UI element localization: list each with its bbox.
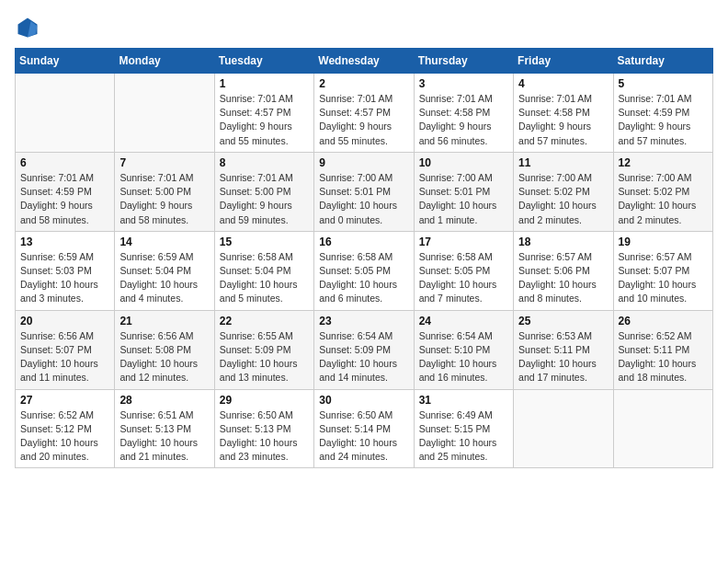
- weekday-header-monday: Monday: [115, 49, 214, 74]
- day-info: Sunrise: 6:58 AMSunset: 5:05 PMDaylight:…: [419, 250, 508, 306]
- calendar-cell: 16Sunrise: 6:58 AMSunset: 5:05 PMDayligh…: [314, 231, 414, 310]
- calendar-cell: 24Sunrise: 6:54 AMSunset: 5:10 PMDayligh…: [414, 310, 513, 389]
- day-info: Sunrise: 7:00 AMSunset: 5:02 PMDaylight:…: [518, 171, 608, 227]
- calendar-cell: 28Sunrise: 6:51 AMSunset: 5:13 PMDayligh…: [115, 389, 214, 468]
- day-info: Sunrise: 6:52 AMSunset: 5:12 PMDaylight:…: [20, 408, 109, 465]
- day-info: Sunrise: 7:01 AMSunset: 4:59 PMDaylight:…: [619, 92, 708, 148]
- day-number: 19: [619, 236, 708, 248]
- day-info: Sunrise: 6:50 AMSunset: 5:13 PMDaylight:…: [220, 408, 309, 465]
- day-number: 1: [220, 77, 309, 90]
- day-info: Sunrise: 6:56 AMSunset: 5:08 PMDaylight:…: [119, 329, 209, 385]
- day-number: 5: [619, 77, 708, 90]
- calendar-cell: [613, 389, 712, 468]
- calendar-cell: [115, 74, 214, 153]
- day-number: 23: [319, 315, 408, 327]
- day-info: Sunrise: 6:58 AMSunset: 5:04 PMDaylight:…: [220, 250, 309, 306]
- day-number: 27: [20, 394, 109, 407]
- day-info: Sunrise: 7:01 AMSunset: 4:58 PMDaylight:…: [419, 92, 508, 148]
- calendar-cell: 10Sunrise: 7:00 AMSunset: 5:01 PMDayligh…: [414, 152, 513, 231]
- logo: [15, 15, 44, 40]
- calendar-cell: 20Sunrise: 6:56 AMSunset: 5:07 PMDayligh…: [16, 310, 115, 389]
- calendar-cell: 29Sunrise: 6:50 AMSunset: 5:13 PMDayligh…: [214, 389, 313, 468]
- day-number: 22: [220, 315, 309, 327]
- day-number: 9: [319, 156, 408, 169]
- calendar-cell: [514, 389, 613, 468]
- weekday-header-friday: Friday: [514, 49, 613, 74]
- day-number: 6: [20, 156, 109, 169]
- page-header: [15, 15, 713, 40]
- day-number: 14: [119, 236, 209, 248]
- day-number: 11: [518, 156, 608, 169]
- calendar-cell: 9Sunrise: 7:00 AMSunset: 5:01 PMDaylight…: [314, 152, 414, 231]
- calendar-cell: 17Sunrise: 6:58 AMSunset: 5:05 PMDayligh…: [414, 231, 513, 310]
- day-number: 31: [419, 394, 508, 407]
- day-number: 4: [518, 77, 608, 90]
- calendar-cell: 1Sunrise: 7:01 AMSunset: 4:57 PMDaylight…: [214, 74, 313, 153]
- calendar-week-5: 27Sunrise: 6:52 AMSunset: 5:12 PMDayligh…: [16, 389, 713, 468]
- calendar-cell: 21Sunrise: 6:56 AMSunset: 5:08 PMDayligh…: [115, 310, 214, 389]
- calendar-cell: 7Sunrise: 7:01 AMSunset: 5:00 PMDaylight…: [115, 152, 214, 231]
- calendar-cell: 19Sunrise: 6:57 AMSunset: 5:07 PMDayligh…: [613, 231, 712, 310]
- day-number: 16: [319, 236, 408, 248]
- calendar-cell: 6Sunrise: 7:01 AMSunset: 4:59 PMDaylight…: [16, 152, 115, 231]
- day-info: Sunrise: 6:55 AMSunset: 5:09 PMDaylight:…: [220, 329, 309, 385]
- day-info: Sunrise: 6:53 AMSunset: 5:11 PMDaylight:…: [518, 329, 608, 385]
- calendar-cell: 23Sunrise: 6:54 AMSunset: 5:09 PMDayligh…: [314, 310, 414, 389]
- logo-icon: [15, 15, 40, 40]
- day-number: 12: [619, 156, 708, 169]
- day-number: 24: [419, 315, 508, 327]
- calendar-cell: 18Sunrise: 6:57 AMSunset: 5:06 PMDayligh…: [514, 231, 613, 310]
- day-number: 29: [220, 394, 309, 407]
- calendar-week-4: 20Sunrise: 6:56 AMSunset: 5:07 PMDayligh…: [16, 310, 713, 389]
- day-number: 20: [20, 315, 109, 327]
- day-info: Sunrise: 7:01 AMSunset: 4:57 PMDaylight:…: [319, 92, 408, 148]
- day-number: 30: [319, 394, 408, 407]
- weekday-header-thursday: Thursday: [414, 49, 513, 74]
- calendar-cell: 5Sunrise: 7:01 AMSunset: 4:59 PMDaylight…: [613, 74, 712, 153]
- calendar-week-1: 1Sunrise: 7:01 AMSunset: 4:57 PMDaylight…: [16, 74, 713, 153]
- calendar-week-2: 6Sunrise: 7:01 AMSunset: 4:59 PMDaylight…: [16, 152, 713, 231]
- day-info: Sunrise: 6:57 AMSunset: 5:07 PMDaylight:…: [619, 250, 708, 306]
- calendar-cell: 12Sunrise: 7:00 AMSunset: 5:02 PMDayligh…: [613, 152, 712, 231]
- calendar-cell: 14Sunrise: 6:59 AMSunset: 5:04 PMDayligh…: [115, 231, 214, 310]
- calendar-cell: 30Sunrise: 6:50 AMSunset: 5:14 PMDayligh…: [314, 389, 414, 468]
- day-number: 26: [619, 315, 708, 327]
- day-info: Sunrise: 7:01 AMSunset: 4:57 PMDaylight:…: [220, 92, 309, 148]
- day-info: Sunrise: 7:00 AMSunset: 5:01 PMDaylight:…: [319, 171, 408, 227]
- calendar-cell: 2Sunrise: 7:01 AMSunset: 4:57 PMDaylight…: [314, 74, 414, 153]
- weekday-header-wednesday: Wednesday: [314, 49, 414, 74]
- day-number: 3: [419, 77, 508, 90]
- day-info: Sunrise: 6:57 AMSunset: 5:06 PMDaylight:…: [518, 250, 608, 306]
- day-info: Sunrise: 7:01 AMSunset: 5:00 PMDaylight:…: [220, 171, 309, 227]
- calendar-cell: 22Sunrise: 6:55 AMSunset: 5:09 PMDayligh…: [214, 310, 313, 389]
- day-info: Sunrise: 6:59 AMSunset: 5:03 PMDaylight:…: [20, 250, 109, 306]
- day-info: Sunrise: 6:54 AMSunset: 5:10 PMDaylight:…: [419, 329, 508, 385]
- calendar-cell: 8Sunrise: 7:01 AMSunset: 5:00 PMDaylight…: [214, 152, 313, 231]
- calendar-cell: 4Sunrise: 7:01 AMSunset: 4:58 PMDaylight…: [514, 74, 613, 153]
- calendar-cell: 26Sunrise: 6:52 AMSunset: 5:11 PMDayligh…: [613, 310, 712, 389]
- day-info: Sunrise: 7:01 AMSunset: 5:00 PMDaylight:…: [119, 171, 209, 227]
- calendar-week-3: 13Sunrise: 6:59 AMSunset: 5:03 PMDayligh…: [16, 231, 713, 310]
- calendar-cell: 11Sunrise: 7:00 AMSunset: 5:02 PMDayligh…: [514, 152, 613, 231]
- day-number: 28: [119, 394, 209, 407]
- day-info: Sunrise: 6:58 AMSunset: 5:05 PMDaylight:…: [319, 250, 408, 306]
- day-number: 25: [518, 315, 608, 327]
- day-number: 7: [119, 156, 209, 169]
- day-info: Sunrise: 6:50 AMSunset: 5:14 PMDaylight:…: [319, 408, 408, 465]
- day-number: 10: [419, 156, 508, 169]
- weekday-header-tuesday: Tuesday: [214, 49, 313, 74]
- day-number: 15: [220, 236, 309, 248]
- day-number: 21: [119, 315, 209, 327]
- day-number: 2: [319, 77, 408, 90]
- calendar-header-row: SundayMondayTuesdayWednesdayThursdayFrid…: [16, 49, 713, 74]
- day-number: 13: [20, 236, 109, 248]
- day-number: 18: [518, 236, 608, 248]
- calendar-cell: [16, 74, 115, 153]
- calendar-cell: 15Sunrise: 6:58 AMSunset: 5:04 PMDayligh…: [214, 231, 313, 310]
- day-info: Sunrise: 6:52 AMSunset: 5:11 PMDaylight:…: [619, 329, 708, 385]
- calendar-cell: 3Sunrise: 7:01 AMSunset: 4:58 PMDaylight…: [414, 74, 513, 153]
- calendar-cell: 27Sunrise: 6:52 AMSunset: 5:12 PMDayligh…: [16, 389, 115, 468]
- calendar-cell: 31Sunrise: 6:49 AMSunset: 5:15 PMDayligh…: [414, 389, 513, 468]
- weekday-header-sunday: Sunday: [16, 49, 115, 74]
- day-info: Sunrise: 7:00 AMSunset: 5:02 PMDaylight:…: [619, 171, 708, 227]
